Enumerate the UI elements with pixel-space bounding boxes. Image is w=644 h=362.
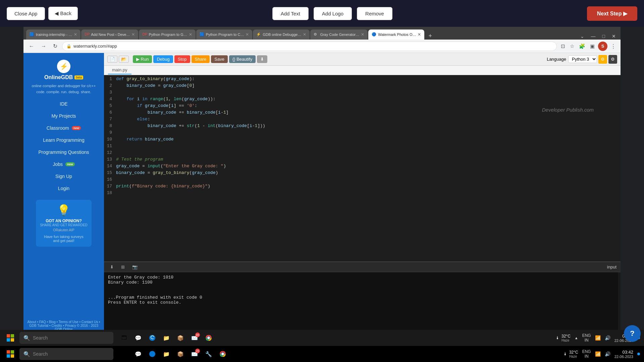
screen-share-button[interactable]: ⊡ <box>559 42 567 51</box>
ad-footer2: and get paid! <box>53 239 74 243</box>
start-button-lower[interactable] <box>4 348 17 360</box>
search-icon-upper: 🔍 <box>23 335 30 341</box>
output-content: Enter the Gray code: 1010 Binary code: 1… <box>104 272 618 335</box>
browser-tab-1[interactable]: 🟦 training-internship - … ✕ <box>26 29 80 40</box>
lang-indicator-lower[interactable]: ENG IN <box>582 349 591 359</box>
bookmark-star-button[interactable]: ☆ <box>569 42 576 51</box>
taskbar-search-lower[interactable]: 🔍 Search <box>19 348 113 360</box>
taskbar-teams-button-upper[interactable]: 💬 <box>132 332 144 344</box>
new-tab-button[interactable]: + <box>425 33 435 40</box>
sidebar-item-ide[interactable]: IDE <box>23 98 104 110</box>
settings-gold-button[interactable]: ⚙ <box>598 55 607 64</box>
tab-favicon-6: ⚙ <box>314 32 318 37</box>
language-select[interactable]: Python 3 <box>568 55 597 63</box>
back-nav-button[interactable]: ← <box>27 42 36 51</box>
sidebar-item-classroom[interactable]: Classroom new <box>23 122 104 134</box>
lang-indicator-upper[interactable]: ENG IN <box>582 333 591 343</box>
code-line-6: 6 binary_code += binary_code[i-1] <box>104 110 621 117</box>
output-camera-button[interactable]: 📷 <box>130 264 140 270</box>
browser-tab-5[interactable]: ⚡ GDB online Debugge… ✕ <box>253 29 310 40</box>
start-button-upper[interactable] <box>4 331 17 344</box>
network-icon-lower[interactable]: 📶 <box>595 351 601 357</box>
taskbar-desktop-button-upper[interactable]: 🗔 <box>118 332 130 344</box>
remove-button[interactable]: Remove <box>357 7 392 20</box>
code-line-17: 17 print(f"Binary code: {binary_code}") <box>104 184 621 190</box>
tab-close-5[interactable]: ✕ <box>303 32 306 37</box>
taskbar-ext-button-lower[interactable]: 🔧 <box>203 348 215 360</box>
taskbar-desktop-button-lower[interactable]: 🗔 <box>118 348 130 360</box>
tab-close-2[interactable]: ✕ <box>131 32 135 37</box>
code-editor[interactable]: 1 def gray_to_binary(gray_code): 2 binar… <box>104 75 621 261</box>
output-scrollbar[interactable] <box>618 272 621 335</box>
taskbar-search-upper[interactable]: 🔍 Search <box>19 332 113 344</box>
output-collapse-button[interactable]: ⬇ <box>108 264 116 270</box>
taskbar-dropbox-button-upper[interactable]: 📦 <box>174 332 186 344</box>
svg-point-11 <box>222 353 224 355</box>
tab-close-3[interactable]: ✕ <box>189 32 192 37</box>
add-text-button[interactable]: Add Text <box>272 7 309 20</box>
sidebar-item-sign-up[interactable]: Sign Up <box>23 170 104 182</box>
taskbar-chrome-button-upper[interactable] <box>203 332 215 344</box>
browser-tab-4[interactable]: 🟦 Python Program to C… ✕ <box>196 29 253 40</box>
tab-close-4[interactable]: ✕ <box>246 32 249 37</box>
next-step-button[interactable]: Next Step ▶ <box>587 6 637 21</box>
new-file-button[interactable]: 📄 <box>107 56 117 63</box>
file-tab-main-py[interactable]: main.py <box>108 66 131 74</box>
beautify-button[interactable]: {} Beautify <box>229 55 256 63</box>
notification-dot-lower[interactable] <box>637 353 640 355</box>
extensions-button[interactable]: 🧩 <box>578 42 587 51</box>
help-button[interactable]: ? <box>624 325 641 342</box>
open-file-button[interactable]: 📂 <box>119 56 129 63</box>
browser-tab-7[interactable]: 🔵 Watermark Photos O… ✕ <box>368 29 424 40</box>
taskbar-edge-button-lower[interactable] <box>146 348 158 360</box>
tab-close-1[interactable]: ✕ <box>74 32 77 37</box>
svg-rect-3 <box>11 338 14 342</box>
volume-icon-lower[interactable]: 🔊 <box>605 351 610 357</box>
download-button[interactable]: ⬇ <box>257 55 267 63</box>
tab-close-7[interactable]: ✕ <box>418 32 421 37</box>
taskbar-mail-button-upper[interactable]: ✉️ 85 <box>189 332 201 344</box>
browser-tab-3[interactable]: DP Python Program to G… ✕ <box>139 29 195 40</box>
clock-lower[interactable]: 03:42 22-06-2023 <box>614 350 633 359</box>
maximize-button[interactable]: □ <box>600 33 607 40</box>
sidebar-item-programming-questions[interactable]: Programming Questions <box>23 146 104 158</box>
add-logo-button[interactable]: Add Logo <box>314 7 352 20</box>
split-view-button[interactable]: ▣ <box>589 42 596 51</box>
sidebar-item-login[interactable]: Login <box>23 182 104 194</box>
profile-avatar[interactable]: S <box>598 42 607 51</box>
network-icon-upper[interactable]: 📶 <box>595 335 601 341</box>
sidebar-item-learn-programming[interactable]: Learn Programming <box>23 134 104 146</box>
taskbar-files-button-lower[interactable]: 📁 <box>160 348 172 360</box>
tab-close-6[interactable]: ✕ <box>361 32 364 37</box>
sys-tray-upper[interactable]: ▲ <box>575 336 578 340</box>
sidebar-tagline1: online compiler and debugger for c/c++ <box>29 84 99 88</box>
volume-icon-upper[interactable]: 🔊 <box>605 335 610 341</box>
window-close-button[interactable]: ✕ <box>610 33 618 40</box>
taskbar-files-button-upper[interactable]: 📁 <box>160 332 172 344</box>
refresh-button[interactable]: ↻ <box>51 42 59 51</box>
run-button[interactable]: ▶ Run <box>133 55 152 63</box>
sidebar-item-jobs[interactable]: Jobs new <box>23 158 104 170</box>
back-button[interactable]: ◀ Back <box>48 7 78 20</box>
taskbar-mail-button-lower[interactable]: ✉️ 25 <box>189 348 201 360</box>
tab-list-button[interactable]: ⌄ <box>578 33 586 40</box>
debug-button[interactable]: Debug <box>153 55 173 63</box>
taskbar-edge-button-upper[interactable] <box>146 332 158 344</box>
menu-button[interactable]: ⋮ <box>609 42 617 51</box>
minimize-button[interactable]: — <box>589 33 598 40</box>
output-resize-button[interactable]: ⊞ <box>119 264 127 270</box>
settings-dark-button[interactable]: ⚙ <box>608 55 617 64</box>
share-button[interactable]: Share <box>192 55 210 63</box>
taskbar-chrome-button-lower[interactable] <box>217 348 229 360</box>
forward-nav-button[interactable]: → <box>39 42 48 51</box>
stop-button[interactable]: Stop <box>174 55 190 63</box>
browser-tab-6[interactable]: ⚙ Gray Code Generator… ✕ <box>310 29 368 40</box>
taskbar-teams-button-lower[interactable]: 💬 <box>132 348 144 360</box>
save-button[interactable]: Save <box>211 55 228 63</box>
weather-temp-lower: 32°C <box>569 350 578 355</box>
close-app-button[interactable]: Close App <box>7 7 45 20</box>
sidebar-item-my-projects[interactable]: My Projects <box>23 110 104 122</box>
taskbar-dropbox-button-lower[interactable]: 📦 <box>174 348 186 360</box>
browser-tab-2[interactable]: DP Add New Post ‹ Deve… ✕ <box>81 29 138 40</box>
address-bar[interactable]: 🔒 watermarkly.com/#app <box>62 42 557 51</box>
